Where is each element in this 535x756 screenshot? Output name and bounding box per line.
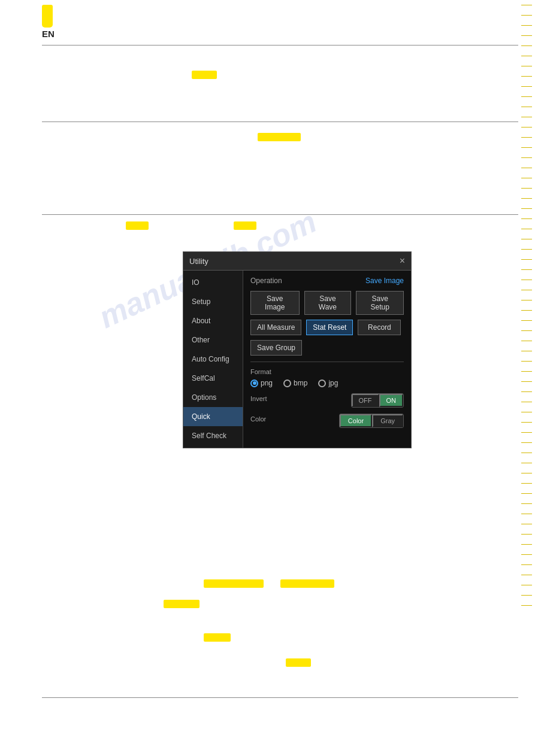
margin-line: [521, 320, 532, 321]
record-button[interactable]: Record: [358, 320, 401, 335]
highlight-top1: [192, 71, 217, 79]
margin-line: [521, 361, 532, 362]
dialog-content: Operation Save Image Save Image Save Wav…: [243, 271, 411, 448]
margin-line: [521, 86, 532, 87]
bmp-radio-circle: [283, 379, 291, 387]
jpg-radio-circle: [318, 379, 326, 387]
sidebar-item-selfcheck[interactable]: Self Check: [183, 426, 243, 445]
format-jpg-option[interactable]: jpg: [318, 379, 338, 387]
highlight-bot5: [286, 658, 311, 667]
sidebar-item-about[interactable]: About: [183, 311, 243, 330]
format-png-option[interactable]: png: [250, 379, 273, 387]
jpg-label: jpg: [328, 379, 338, 387]
margin-line: [521, 391, 532, 392]
margin-line: [521, 290, 532, 290]
button-row-3: Save Group: [250, 340, 404, 356]
margin-line: [521, 157, 532, 158]
bmp-label: bmp: [294, 379, 307, 387]
margin-line: [521, 514, 532, 514]
margin-line: [521, 96, 532, 97]
highlight-bot2: [280, 579, 334, 588]
sidebar-item-selfcal[interactable]: SelfCal: [183, 369, 243, 388]
margin-line: [521, 178, 532, 178]
save-wave-button[interactable]: Save Wave: [304, 291, 352, 315]
save-group-button[interactable]: Save Group: [250, 340, 302, 356]
margin-line: [521, 493, 532, 494]
color-label: Color: [250, 415, 266, 423]
margin-line: [521, 351, 532, 351]
gray-button[interactable]: Gray: [372, 414, 403, 427]
margin-line: [521, 575, 532, 575]
margin-line: [521, 402, 532, 402]
all-measure-button[interactable]: All Measure: [250, 320, 301, 335]
highlight-bot1: [204, 579, 264, 588]
save-setup-button[interactable]: Save Setup: [356, 291, 404, 315]
margin-line: [521, 371, 532, 372]
logo-area: EN: [42, 5, 55, 39]
margin-line: [521, 432, 532, 433]
save-image-button[interactable]: Save Image: [250, 291, 300, 315]
margin-line: [521, 483, 532, 484]
invert-on-button[interactable]: ON: [379, 394, 404, 407]
margin-line: [521, 503, 532, 504]
margin-line: [521, 280, 532, 280]
color-section: Color Color Gray: [250, 414, 404, 428]
right-margin: [518, 0, 535, 756]
margin-line: [521, 595, 532, 596]
sidebar-item-options[interactable]: Options: [183, 388, 243, 407]
margin-line: [521, 554, 532, 555]
sidebar-item-quick[interactable]: Quick: [183, 407, 243, 426]
highlight-mid1: [126, 221, 149, 230]
margin-line: [521, 239, 532, 239]
sidebar-item-setup[interactable]: Setup: [183, 292, 243, 311]
margin-line: [521, 188, 532, 189]
margin-line: [521, 76, 532, 77]
margin-line: [521, 534, 532, 535]
invert-toggle-group: OFF ON: [351, 393, 404, 408]
logo-icon: [42, 5, 53, 28]
divider-top: [42, 45, 518, 45]
margin-line: [521, 218, 532, 219]
margin-line: [521, 269, 532, 270]
margin-line: [521, 585, 532, 585]
margin-line: [521, 463, 532, 463]
margin-line: [521, 229, 532, 229]
save-image-link[interactable]: Save Image: [365, 277, 404, 285]
highlight-top2: [258, 133, 301, 141]
divider-mid1: [42, 122, 518, 122]
margin-line: [521, 341, 532, 341]
sidebar-item-autoconfig[interactable]: Auto Config: [183, 350, 243, 369]
margin-line: [521, 259, 532, 260]
dialog-title: Utility: [189, 257, 208, 266]
divider-mid2: [42, 214, 518, 215]
margin-line: [521, 117, 532, 117]
margin-line: [521, 137, 532, 138]
margin-line: [521, 107, 532, 107]
button-row-1: Save Image Save Wave Save Setup: [250, 291, 404, 315]
sidebar-item-other[interactable]: Other: [183, 330, 243, 350]
dialog-close-button[interactable]: ×: [400, 256, 405, 266]
dialog-body: IO Setup About Other Auto Config SelfCal…: [183, 271, 411, 448]
margin-line: [521, 35, 532, 36]
margin-line: [521, 56, 532, 56]
invert-row: Invert OFF ON: [250, 393, 404, 408]
highlight-bot4: [204, 633, 231, 642]
invert-off-button[interactable]: OFF: [352, 394, 379, 407]
format-section: Format png bmp jpg: [250, 368, 404, 387]
margin-line: [521, 127, 532, 127]
dialog-titlebar: Utility ×: [183, 252, 411, 271]
margin-line: [521, 300, 532, 300]
margin-line: [521, 15, 532, 16]
margin-line: [521, 147, 532, 148]
margin-line: [521, 45, 532, 46]
format-radio-row: png bmp jpg: [250, 379, 404, 387]
margin-line: [521, 381, 532, 382]
format-bmp-option[interactable]: bmp: [283, 379, 307, 387]
format-label: Format: [250, 368, 404, 375]
png-label: png: [261, 379, 273, 387]
highlight-mid2: [234, 221, 256, 230]
stat-reset-button[interactable]: Stat Reset: [306, 320, 353, 335]
sidebar-item-io[interactable]: IO: [183, 273, 243, 292]
color-button[interactable]: Color: [340, 414, 372, 427]
operation-label: Operation: [250, 277, 282, 285]
